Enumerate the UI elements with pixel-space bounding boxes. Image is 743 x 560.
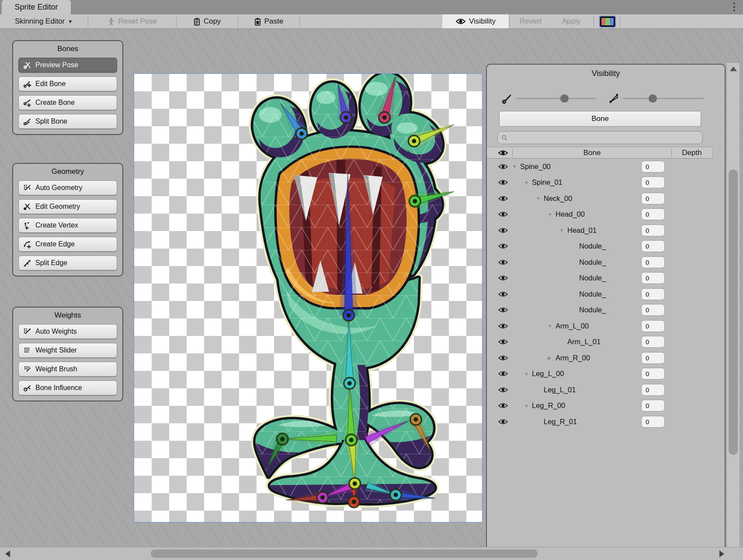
scroll-up-icon[interactable] — [730, 66, 737, 71]
visibility-eye-icon[interactable] — [497, 179, 512, 186]
bone-row-nodule_[interactable]: Nodule_ — [487, 302, 712, 318]
depth-input[interactable] — [641, 288, 665, 300]
bone-row-head_01[interactable]: ▼Head_01 — [487, 222, 712, 239]
split-bone-button[interactable]: Split Bone — [18, 114, 117, 129]
scroll-right-icon[interactable] — [719, 550, 724, 557]
create-edge-button[interactable]: Create Edge — [18, 237, 117, 252]
visibility-eye-icon[interactable] — [497, 211, 512, 218]
horizontal-scrollbar[interactable] — [0, 547, 743, 560]
depth-input[interactable] — [641, 161, 665, 173]
depth-input[interactable] — [641, 256, 665, 268]
depth-input[interactable] — [641, 336, 665, 348]
bone-row-neck_00[interactable]: ▼Neck_00 — [487, 190, 712, 207]
visibility-eye-icon[interactable] — [497, 355, 512, 361]
auto-weights-button[interactable]: Auto Weights — [18, 324, 117, 339]
mesh-opacity-slider-track[interactable] — [623, 98, 704, 99]
weight-slider-button[interactable]: Weight Slider — [18, 343, 117, 358]
mesh-opacity-slider-knob[interactable] — [649, 94, 657, 103]
bone-row-head_00[interactable]: ▼Head_00 — [487, 207, 712, 223]
create-vertex-button[interactable]: Create Vertex — [18, 218, 117, 233]
reset-pose-button[interactable]: Reset Pose — [88, 14, 176, 28]
foldout-open-icon[interactable]: ▼ — [559, 228, 567, 233]
depth-input[interactable] — [641, 272, 665, 284]
bone-row-leg_r_01[interactable]: Leg_R_01 — [487, 414, 712, 430]
skinning-editor-dropdown[interactable]: Skinning Editor ▼ — [0, 14, 87, 28]
kebab-menu-icon[interactable] — [733, 3, 735, 11]
bone-row-nodule_[interactable]: Nodule_ — [487, 286, 712, 302]
auto-geometry-button[interactable]: Auto Geometry — [18, 180, 117, 195]
create-bone-button[interactable]: Create Bone — [18, 95, 117, 110]
visibility-eye-icon[interactable] — [497, 291, 512, 297]
foldout-open-icon[interactable]: ▼ — [536, 196, 544, 201]
depth-input[interactable] — [641, 225, 665, 236]
scroll-left-icon[interactable] — [5, 550, 10, 557]
foldout-open-icon[interactable]: ▼ — [524, 371, 532, 377]
eye-column-header-icon[interactable] — [497, 149, 512, 156]
horizontal-scrollbar-thumb[interactable] — [151, 550, 538, 558]
depth-input[interactable] — [641, 304, 665, 316]
foldout-collapsed-icon[interactable]: ▶ — [548, 355, 556, 361]
depth-input[interactable] — [641, 352, 665, 364]
tab-sprite-editor[interactable]: Sprite Editor — [2, 0, 71, 14]
bone-row-spine_00[interactable]: ▼Spine_00 — [487, 159, 712, 175]
vertical-scrollbar[interactable] — [726, 63, 740, 560]
foldout-open-icon[interactable]: ▼ — [524, 403, 532, 408]
visibility-eye-icon[interactable] — [497, 163, 512, 170]
visibility-toggle-button[interactable]: Visibility — [442, 14, 509, 28]
visibility-eye-icon[interactable] — [497, 227, 512, 234]
depth-input[interactable] — [641, 176, 665, 188]
visibility-eye-icon[interactable] — [497, 195, 512, 202]
foldout-open-icon[interactable]: ▼ — [548, 212, 556, 217]
depth-column-header[interactable]: Depth — [672, 149, 712, 157]
preview-pose-button[interactable]: Preview Pose — [18, 58, 117, 73]
bone-influence-button[interactable]: Bone Influence — [18, 380, 117, 395]
bone-row-arm_r_00[interactable]: ▶Arm_R_00 — [487, 350, 712, 366]
depth-input[interactable] — [641, 384, 665, 396]
search-input[interactable] — [510, 134, 699, 142]
bone-row-leg_l_01[interactable]: Leg_L_01 — [487, 382, 712, 398]
bone-column-header[interactable]: Bone — [513, 149, 671, 157]
bone-search-field[interactable] — [497, 131, 703, 144]
edit-bone-button[interactable]: Edit Bone — [18, 76, 117, 91]
bone-row-leg_l_00[interactable]: ▼Leg_L_00 — [487, 366, 712, 382]
depth-input[interactable] — [641, 193, 665, 204]
bone-row-arm_l_00[interactable]: ▼Arm_L_00 — [487, 318, 712, 334]
visibility-eye-icon[interactable] — [497, 370, 512, 377]
depth-input[interactable] — [641, 368, 665, 380]
paste-button[interactable]: Paste — [238, 14, 299, 28]
visibility-eye-icon[interactable] — [497, 275, 512, 281]
bone-row-arm_l_01[interactable]: Arm_L_01 — [487, 334, 712, 350]
visibility-eye-icon[interactable] — [497, 323, 512, 329]
visibility-eye-icon[interactable] — [497, 307, 512, 313]
foldout-open-icon[interactable]: ▼ — [512, 164, 520, 169]
bone-row-nodule_[interactable]: Nodule_ — [487, 239, 712, 255]
foldout-open-icon[interactable]: ▼ — [548, 323, 556, 328]
bone-row-nodule_[interactable]: Nodule_ — [487, 270, 712, 287]
visibility-eye-icon[interactable] — [497, 339, 512, 345]
bone-opacity-slider-knob[interactable] — [560, 94, 569, 103]
bone-row-nodule_[interactable]: Nodule_ — [487, 254, 712, 270]
depth-input[interactable] — [641, 320, 665, 332]
revert-button[interactable]: Revert — [510, 14, 551, 28]
rgb-channels-button[interactable] — [597, 14, 618, 28]
copy-button[interactable]: Copy — [177, 14, 237, 28]
depth-input[interactable] — [641, 400, 665, 411]
weight-brush-button[interactable]: Weight Brush — [18, 362, 117, 377]
sprite-canvas[interactable] — [134, 73, 483, 522]
foldout-open-icon[interactable]: ▼ — [524, 180, 532, 185]
split-edge-button[interactable]: Split Edge — [18, 256, 117, 270]
bone-row-leg_r_00[interactable]: ▼Leg_R_00 — [487, 398, 712, 414]
visibility-eye-icon[interactable] — [497, 259, 512, 266]
depth-input[interactable] — [641, 240, 665, 252]
visibility-eye-icon[interactable] — [497, 402, 512, 409]
bone-row-spine_01[interactable]: ▼Spine_01 — [487, 175, 712, 191]
edit-geometry-button[interactable]: Edit Geometry — [18, 199, 117, 214]
visibility-eye-icon[interactable] — [497, 387, 512, 393]
bone-opacity-slider-track[interactable] — [516, 98, 595, 99]
visibility-eye-icon[interactable] — [497, 243, 512, 249]
visibility-eye-icon[interactable] — [497, 418, 512, 425]
apply-button[interactable]: Apply — [552, 14, 591, 28]
depth-input[interactable] — [641, 208, 665, 220]
depth-input[interactable] — [641, 416, 665, 428]
tab-bone[interactable]: Bone — [499, 111, 701, 127]
